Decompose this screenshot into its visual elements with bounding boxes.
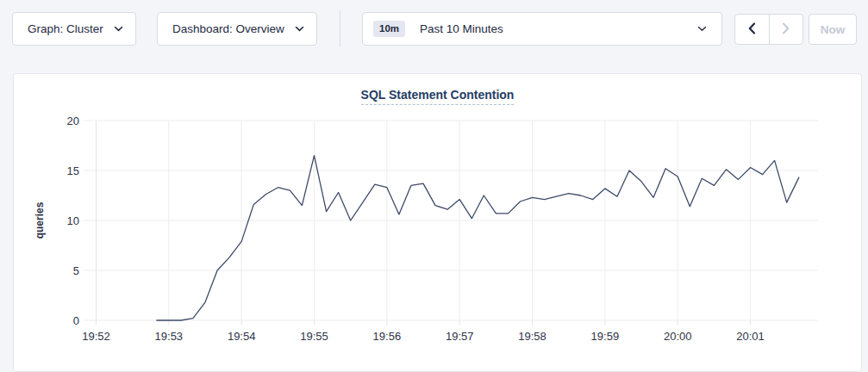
svg-text:15: 15: [67, 164, 79, 177]
time-range-dropdown[interactable]: 10m Past 10 Minutes: [362, 12, 722, 46]
svg-text:19:58: 19:58: [518, 330, 546, 343]
time-back-button[interactable]: [735, 15, 769, 44]
time-forward-button[interactable]: [769, 15, 803, 44]
line-chart[interactable]: 0510152019:5219:5319:5419:5519:5619:5719…: [14, 74, 863, 358]
svg-text:19:55: 19:55: [300, 330, 328, 343]
svg-text:19:54: 19:54: [228, 330, 256, 343]
now-button[interactable]: Now: [809, 14, 857, 45]
svg-text:10: 10: [67, 214, 79, 227]
chevron-down-icon: [295, 26, 304, 32]
svg-text:19:59: 19:59: [591, 330, 620, 343]
svg-text:20:00: 20:00: [664, 330, 692, 343]
chevron-right-icon: [781, 22, 790, 38]
time-pager: [734, 14, 803, 45]
svg-text:19:52: 19:52: [82, 330, 110, 343]
svg-text:20: 20: [67, 115, 79, 127]
svg-text:19:57: 19:57: [446, 330, 474, 343]
svg-text:queries: queries: [34, 202, 46, 239]
chart-card: SQL Statement Contention 0510152019:5219…: [13, 73, 862, 372]
svg-text:20:01: 20:01: [736, 330, 765, 343]
svg-text:19:53: 19:53: [155, 330, 184, 343]
time-range-label: Past 10 Minutes: [420, 22, 697, 35]
toolbar-divider: [340, 10, 340, 46]
chevron-left-icon: [747, 22, 757, 38]
time-range-badge: 10m: [373, 21, 405, 38]
graph-dropdown[interactable]: Graph: Cluster: [12, 12, 136, 46]
svg-text:0: 0: [73, 314, 79, 327]
graph-dropdown-label: Graph: Cluster: [28, 22, 103, 35]
dashboard-dropdown[interactable]: Dashboard: Overview: [157, 12, 317, 46]
toolbar: Graph: Cluster Dashboard: Overview 10m P…: [0, 0, 868, 73]
svg-text:5: 5: [73, 264, 79, 277]
dashboard-dropdown-label: Dashboard: Overview: [172, 22, 284, 35]
chevron-down-icon: [697, 26, 707, 32]
chevron-down-icon: [114, 26, 123, 32]
svg-text:19:56: 19:56: [373, 330, 402, 343]
